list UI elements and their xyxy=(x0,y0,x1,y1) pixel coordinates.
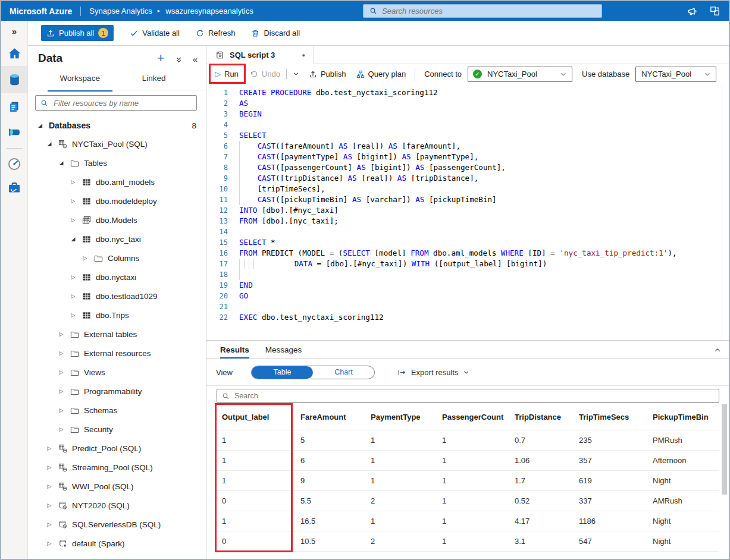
tree-item[interactable]: ▷External resources xyxy=(28,344,206,363)
tree-item[interactable]: ▷SQLServerlessDB (SQL) xyxy=(28,515,206,534)
expander-icon[interactable]: ▷ xyxy=(57,350,66,356)
expander-icon[interactable]: ▷ xyxy=(45,464,54,470)
tab-linked[interactable]: Linked xyxy=(117,74,192,89)
search-resources-input[interactable] xyxy=(381,6,562,16)
expander-icon[interactable]: ▷ xyxy=(68,293,78,299)
column-header[interactable]: PaymentType xyxy=(365,413,437,421)
run-options-chevron-icon[interactable] xyxy=(293,71,299,77)
tree-item[interactable]: ▷Security xyxy=(28,420,206,439)
tree-item[interactable]: ▷dbo.nyctaxi xyxy=(28,268,206,287)
tree-item[interactable]: ▷Predict_Pool (SQL) xyxy=(28,439,206,458)
table-row[interactable]: 010.5213.1547Night xyxy=(217,531,719,551)
toggle-chart[interactable]: Chart xyxy=(313,366,374,379)
discard-all-button[interactable]: Discard all xyxy=(251,29,300,37)
add-icon[interactable]: + xyxy=(157,53,165,64)
breadcrumb-app[interactable]: Synapse Analytics xyxy=(89,7,152,15)
tree-item[interactable]: ▷default (Spark) xyxy=(28,534,206,553)
column-header[interactable]: PassengerCount xyxy=(437,413,509,421)
validate-all-button[interactable]: Validate all xyxy=(130,29,180,37)
filter-box[interactable] xyxy=(35,95,197,111)
column-header[interactable]: Output_label xyxy=(217,413,295,421)
tab-results[interactable]: Results xyxy=(220,341,249,358)
expander-icon[interactable]: ◢ xyxy=(57,160,66,166)
tree-item[interactable]: ▷Schemas xyxy=(28,401,206,420)
table-row[interactable]: 05.5210.52337AMRush xyxy=(217,490,719,511)
expander-icon[interactable]: ▷ xyxy=(45,521,54,527)
rail-item-manage[interactable] xyxy=(1,179,27,197)
collapse-results-icon[interactable] xyxy=(713,346,722,354)
tree-item[interactable]: ▷Views xyxy=(28,363,206,382)
tree-item[interactable]: ▷Columns xyxy=(28,248,206,268)
databases-node[interactable]: ◢ Databases 8 xyxy=(28,117,206,134)
tree-item[interactable]: ▷dbo.Models xyxy=(28,210,206,229)
rail-item-monitor[interactable] xyxy=(1,155,27,173)
results-search-input[interactable] xyxy=(233,391,719,401)
tree-item[interactable]: ◢dbo.nyc_taxi xyxy=(28,229,206,248)
expander-icon[interactable]: ▷ xyxy=(45,483,54,489)
export-results-button[interactable]: Export results xyxy=(397,368,469,377)
expander-icon[interactable]: ◢ xyxy=(45,141,54,147)
collapse-panel-icon[interactable]: « xyxy=(193,54,198,64)
editor-scrollbar[interactable] xyxy=(722,84,722,340)
tree-item[interactable]: ▷Streaming_Pool (SQL) xyxy=(28,458,206,477)
expander-icon[interactable]: ▷ xyxy=(57,426,66,432)
breadcrumb-workspace[interactable]: wsazuresynapseanalytics xyxy=(165,7,253,15)
rail-item-integrate[interactable] xyxy=(1,123,27,141)
expander-icon[interactable]: ▷ xyxy=(45,502,54,508)
resource-switcher-icon[interactable] xyxy=(709,5,720,17)
collapse-all-icon[interactable] xyxy=(175,56,183,64)
expander-icon[interactable]: ▷ xyxy=(68,198,78,204)
rail-item-home[interactable] xyxy=(1,45,27,62)
expander-icon[interactable]: ▷ xyxy=(57,407,66,413)
tab-sql-script-3[interactable]: SQL script 3 ● xyxy=(208,46,314,64)
expand-rail-button[interactable]: » xyxy=(1,26,27,36)
tree-item[interactable]: ▷dbo.Trips xyxy=(28,306,206,325)
tree-item[interactable]: ▷surfacescalesdb (Spark) xyxy=(28,553,206,559)
expander-icon[interactable]: ▷ xyxy=(80,255,90,261)
toggle-table[interactable]: Table xyxy=(252,366,313,379)
tree-item[interactable]: ▷dbo.modeldeploy xyxy=(28,191,206,210)
use-database-dropdown[interactable]: NYCTaxi_Pool xyxy=(635,67,716,82)
results-search-box[interactable] xyxy=(217,389,719,403)
column-header[interactable]: TripTimeSecs xyxy=(574,413,647,421)
filter-input[interactable] xyxy=(52,98,196,108)
tab-messages[interactable]: Messages xyxy=(265,341,302,358)
tree-item[interactable]: ◢NYCTaxi_Pool (SQL) xyxy=(28,134,206,153)
column-header[interactable]: PickupTimeBin xyxy=(647,413,719,421)
column-header[interactable]: TripDistance xyxy=(509,413,574,421)
tree-item[interactable]: ◢Tables xyxy=(28,153,206,172)
run-button[interactable]: ▷ Run xyxy=(215,70,239,78)
tree-item[interactable]: ▷NYT2020 (SQL) xyxy=(28,496,206,515)
refresh-button[interactable]: Refresh xyxy=(196,29,236,37)
expander-icon[interactable]: ▷ xyxy=(45,445,54,451)
expander-icon[interactable]: ▷ xyxy=(68,274,78,280)
table-row[interactable]: 116.5114.171186Night xyxy=(217,511,719,531)
rail-item-develop[interactable] xyxy=(1,98,27,116)
table-row[interactable]: 15110.7235PMRush xyxy=(217,430,719,450)
tree-item[interactable]: ▷Programmability xyxy=(28,382,206,401)
rail-item-data[interactable] xyxy=(1,66,27,93)
expander-icon[interactable]: ▷ xyxy=(68,312,78,318)
sql-code-editor[interactable]: 1CREATE PROCEDURE dbo.test_nyctaxi_scori… xyxy=(206,84,729,340)
table-row[interactable]: 05210.8265Afternoon xyxy=(217,551,719,559)
undo-button[interactable]: Undo xyxy=(250,70,280,78)
column-header[interactable]: FareAmount xyxy=(295,413,365,421)
tree-item[interactable]: ▷dbo.testload1029 xyxy=(28,287,206,306)
tree-item[interactable]: ▷WWI_Pool (SQL) xyxy=(28,477,206,496)
expander-icon[interactable]: ◢ xyxy=(68,236,78,242)
table-row[interactable]: 16111.06357Afternoon xyxy=(217,450,719,470)
tree-item[interactable]: ▷External tables xyxy=(28,325,206,344)
tab-workspace[interactable]: Workspace xyxy=(43,74,117,89)
tree-item[interactable]: ▷dbo.aml_models xyxy=(28,172,206,191)
publish-button[interactable]: Publish xyxy=(309,70,346,78)
publish-all-button[interactable]: Publish all 1 xyxy=(41,25,114,41)
expander-icon[interactable]: ▷ xyxy=(57,331,66,337)
expander-icon[interactable]: ▷ xyxy=(57,388,66,394)
expander-icon[interactable]: ▷ xyxy=(68,217,78,223)
megaphone-icon[interactable] xyxy=(687,5,698,17)
connect-to-dropdown[interactable]: ✓ NYCTaxi_Pool xyxy=(468,67,572,82)
expander-icon[interactable]: ▷ xyxy=(57,369,66,375)
search-resources-box[interactable] xyxy=(363,4,602,18)
expander-icon[interactable]: ▷ xyxy=(68,179,78,185)
results-scrollbar[interactable] xyxy=(722,404,727,495)
